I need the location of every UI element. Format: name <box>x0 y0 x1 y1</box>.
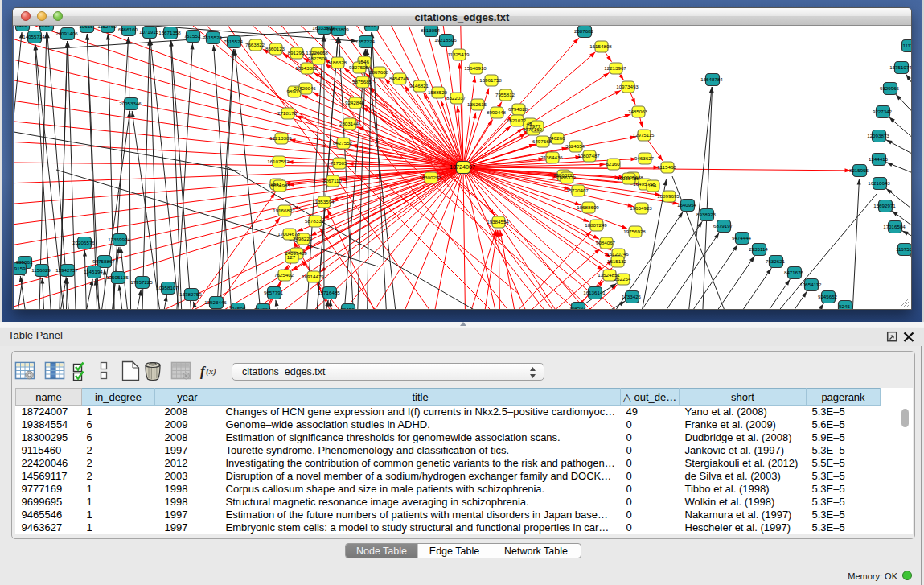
svg-text:10654112: 10654112 <box>799 282 822 287</box>
svg-text:1071915: 1071915 <box>139 29 159 35</box>
svg-text:9245: 9245 <box>839 303 850 309</box>
svg-text:3267110: 3267110 <box>322 178 342 183</box>
svg-text:10025438: 10025438 <box>617 175 639 181</box>
svg-text:10973493: 10973493 <box>616 84 639 89</box>
svg-text:2935114: 2935114 <box>749 246 768 252</box>
svg-text:16107552: 16107552 <box>267 159 290 164</box>
svg-text:1244415: 1244415 <box>869 156 889 162</box>
svg-text:8990448: 8990448 <box>487 109 507 115</box>
svg-text:2008: 2008 <box>365 26 376 27</box>
svg-text:8813054: 8813054 <box>421 27 441 33</box>
svg-text:12942757: 12942757 <box>55 267 78 273</box>
svg-text:19384554: 19384554 <box>487 219 509 225</box>
svg-text:1362615: 1362615 <box>467 101 487 107</box>
svg-text:9115460: 9115460 <box>657 164 676 170</box>
svg-text:127: 127 <box>287 254 296 260</box>
svg-text:98903: 98903 <box>286 89 301 94</box>
svg-text:16136141: 16136141 <box>583 290 606 295</box>
svg-text:19218506: 19218506 <box>434 37 457 43</box>
svg-text:935061: 935061 <box>16 259 33 265</box>
svg-text:12975115: 12975115 <box>632 132 655 138</box>
svg-text:3624554: 3624554 <box>565 143 585 149</box>
svg-text:7986372: 7986372 <box>556 175 577 180</box>
svg-text:1546: 1546 <box>358 59 369 64</box>
svg-text:17359924: 17359924 <box>108 237 130 242</box>
svg-text:13226058: 13226058 <box>306 50 328 56</box>
svg-text:1615132: 1615132 <box>607 258 627 264</box>
svg-text:1152760: 1152760 <box>97 26 117 29</box>
svg-text:7357224: 7357224 <box>355 39 376 44</box>
svg-text:11325419: 11325419 <box>447 51 470 57</box>
svg-text:1621072: 1621072 <box>507 117 527 123</box>
svg-text:16671358: 16671358 <box>158 30 181 35</box>
svg-text:(x): (x) <box>206 366 216 377</box>
svg-text:14055714: 14055714 <box>23 34 45 39</box>
svg-text:2087682: 2087682 <box>574 28 594 34</box>
svg-text:8938923: 8938923 <box>696 212 717 217</box>
svg-text:7515524: 7515524 <box>224 39 244 44</box>
svg-text:92450: 92450 <box>340 307 355 309</box>
svg-text:17016504: 17016504 <box>883 224 906 229</box>
svg-text:19654985: 19654985 <box>268 183 290 188</box>
svg-text:7485063: 7485063 <box>628 109 648 114</box>
svg-text:18300293: 18300293 <box>419 175 441 180</box>
svg-text:12213967: 12213967 <box>604 65 626 71</box>
svg-text:9657791: 9657791 <box>264 290 284 295</box>
svg-text:19166827: 19166827 <box>273 208 295 213</box>
svg-text:104592: 104592 <box>569 305 586 309</box>
svg-text:10543382: 10543382 <box>295 65 318 71</box>
svg-text:16782759: 16782759 <box>179 291 202 297</box>
svg-text:1640954: 1640954 <box>677 202 697 208</box>
svg-text:8186328: 8186328 <box>327 60 347 65</box>
svg-text:18807249: 18807249 <box>585 222 607 228</box>
svg-text:3498222: 3498222 <box>293 236 313 241</box>
svg-text:1145194: 1145194 <box>84 269 103 274</box>
svg-text:717005: 717005 <box>331 160 347 166</box>
svg-text:116753: 116753 <box>896 246 911 252</box>
svg-text:8322037: 8322037 <box>446 95 466 101</box>
svg-text:1156829: 1156829 <box>31 267 51 273</box>
svg-text:8471676: 8471676 <box>784 270 804 275</box>
svg-text:18724007: 18724007 <box>450 163 475 171</box>
svg-text:1588520: 1588520 <box>428 89 448 95</box>
svg-text:12923446: 12923446 <box>204 299 227 305</box>
svg-text:5875685: 5875685 <box>352 79 372 84</box>
svg-text:16648784: 16648784 <box>700 76 723 82</box>
svg-text:8215955: 8215955 <box>849 167 869 173</box>
svg-text:19654923: 19654923 <box>630 205 652 211</box>
svg-text:2867608: 2867608 <box>369 69 389 75</box>
svg-text:5878332: 5878332 <box>305 218 325 224</box>
svg-text:11353594: 11353594 <box>312 199 335 204</box>
svg-text:7663822: 7663822 <box>245 42 265 47</box>
svg-text:164: 164 <box>648 183 657 188</box>
svg-text:9146821: 9146821 <box>409 83 429 89</box>
svg-text:1117: 1117 <box>903 43 911 48</box>
svg-text:10958107: 10958107 <box>156 285 179 290</box>
svg-text:12505135: 12505135 <box>106 274 129 280</box>
svg-text:7625402: 7625402 <box>274 272 294 278</box>
svg-text:10655: 10655 <box>79 26 93 29</box>
svg-text:9245652: 9245652 <box>818 294 838 299</box>
svg-text:21364436: 21364436 <box>540 154 563 160</box>
svg-text:16210643: 16210643 <box>868 180 890 186</box>
svg-text:16914479: 16914479 <box>302 274 324 279</box>
svg-text:16033809: 16033809 <box>326 27 349 32</box>
svg-text:20206576: 20206576 <box>72 240 95 245</box>
svg-text:9329966: 9329966 <box>880 85 900 91</box>
svg-text:2803144: 2803144 <box>339 121 359 126</box>
svg-text:6794028: 6794028 <box>508 106 528 112</box>
svg-text:9242848: 9242848 <box>345 100 365 105</box>
svg-text:751552: 751552 <box>184 33 201 39</box>
svg-text:20097: 20097 <box>39 26 53 27</box>
svg-text:9474444: 9474444 <box>732 235 752 241</box>
svg-text:8660123: 8660123 <box>265 46 285 51</box>
svg-text:891295: 891295 <box>288 50 305 56</box>
svg-text:9084067: 9084067 <box>596 240 616 245</box>
svg-text:10899695: 10899695 <box>657 193 680 199</box>
svg-text:15720407: 15720407 <box>566 187 589 193</box>
svg-text:1119: 1119 <box>17 26 27 27</box>
svg-text:15692971: 15692971 <box>873 203 896 208</box>
svg-text:99758867: 99758867 <box>92 258 115 264</box>
svg-text:7515524: 7515524 <box>203 35 223 40</box>
svg-text:12213389: 12213389 <box>269 135 292 141</box>
